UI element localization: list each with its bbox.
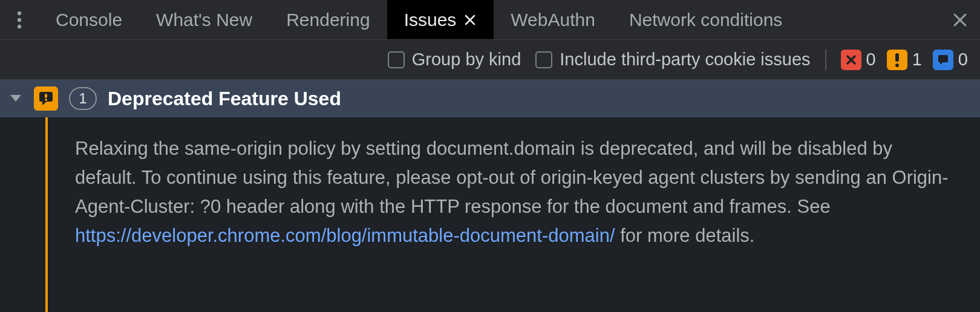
issue-count-value: 1 (79, 90, 87, 107)
issue-text-post: for more details. (615, 225, 755, 246)
svg-rect-6 (938, 55, 948, 62)
info-counter[interactable]: 0 (933, 50, 968, 70)
tab-network-conditions[interactable]: Network conditions (612, 0, 799, 39)
counter-value: 0 (958, 50, 968, 70)
svg-point-9 (45, 99, 47, 101)
svg-point-4 (895, 63, 899, 67)
tab-console[interactable]: Console (39, 0, 139, 39)
svg-point-1 (18, 18, 21, 21)
panel-close-button[interactable] (940, 0, 980, 39)
svg-point-2 (18, 24, 21, 28)
issues-toolbar: Group by kind Include third-party cookie… (0, 40, 980, 80)
info-icon (933, 50, 953, 70)
warning-counter[interactable]: 1 (887, 50, 922, 70)
chevron-down-icon (10, 94, 22, 103)
expand-chevron[interactable] (8, 91, 23, 106)
svg-rect-3 (895, 53, 899, 62)
issue-gutter-line (45, 117, 48, 312)
tab-label: WebAuthn (511, 10, 595, 30)
drawer-tabbar: Console What's New Rendering Issues WebA… (0, 0, 980, 40)
tab-list: Console What's New Rendering Issues WebA… (39, 0, 940, 39)
kebab-icon (17, 11, 22, 29)
counter-value: 1 (912, 50, 922, 70)
issue-body-container: Relaxing the same-origin policy by setti… (0, 117, 980, 312)
tab-whats-new[interactable]: What's New (139, 0, 269, 39)
checkbox-box (388, 51, 405, 68)
tab-label: Console (56, 10, 122, 30)
group-by-kind-checkbox[interactable]: Group by kind (388, 50, 521, 70)
close-icon (465, 15, 475, 25)
tab-close-button[interactable] (463, 13, 477, 27)
tab-label: Issues (404, 10, 457, 30)
toolbar-divider (825, 50, 826, 70)
counter-value: 0 (866, 50, 876, 70)
tab-rendering[interactable]: Rendering (269, 0, 387, 39)
close-icon (953, 13, 967, 27)
issue-doc-link[interactable]: https://developer.chrome.com/blog/immuta… (75, 225, 615, 246)
more-menu-button[interactable] (0, 0, 39, 39)
warning-speech-icon (38, 90, 54, 107)
tab-webauthn[interactable]: WebAuthn (494, 0, 612, 39)
checkbox-label: Include third-party cookie issues (560, 50, 810, 70)
tab-issues[interactable]: Issues (387, 0, 494, 39)
checkbox-box (535, 51, 552, 68)
tab-label: Rendering (286, 10, 370, 30)
svg-point-0 (18, 11, 21, 15)
warning-icon (887, 50, 907, 70)
tab-label: What's New (156, 10, 252, 30)
issue-count-badge: 1 (69, 87, 97, 110)
error-icon (841, 50, 861, 70)
tab-label: Network conditions (629, 10, 782, 30)
checkbox-label: Group by kind (412, 50, 521, 70)
include-third-party-checkbox[interactable]: Include third-party cookie issues (535, 50, 810, 70)
issue-description: Relaxing the same-origin policy by setti… (50, 117, 980, 312)
error-counter[interactable]: 0 (841, 50, 876, 70)
svg-rect-8 (45, 94, 47, 98)
issue-severity-icon (34, 86, 58, 111)
issue-title: Deprecated Feature Used (108, 88, 341, 110)
issue-text-pre: Relaxing the same-origin policy by setti… (75, 138, 949, 217)
issue-row-header[interactable]: 1 Deprecated Feature Used (0, 80, 980, 117)
issue-counters: 0 1 0 (841, 50, 968, 70)
issue-gutter (0, 117, 50, 312)
